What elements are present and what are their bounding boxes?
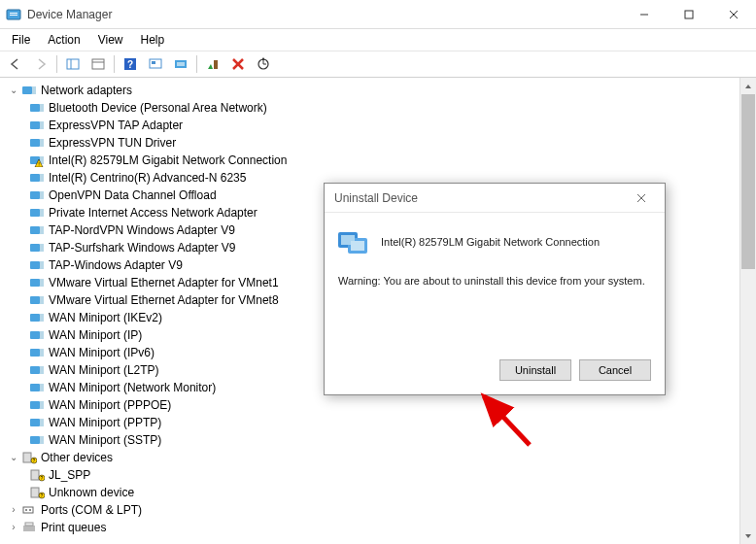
svg-rect-49: [40, 314, 44, 322]
title-bar: Device Manager: [0, 0, 756, 29]
tree-node-ports[interactable]: › Ports (COM & LPT): [8, 501, 756, 519]
maximize-button[interactable]: [667, 0, 711, 29]
svg-rect-24: [40, 104, 44, 112]
show-hidden-button[interactable]: [144, 53, 167, 75]
close-button[interactable]: [711, 0, 756, 29]
svg-rect-39: [40, 226, 44, 234]
svg-point-75: [29, 509, 31, 511]
minimize-button[interactable]: [622, 0, 667, 29]
tree-item[interactable]: ExpressVPN TUN Driver: [29, 134, 756, 152]
tree-label: Ports (COM & LPT): [41, 501, 142, 519]
cancel-button[interactable]: Cancel: [579, 359, 651, 381]
svg-rect-36: [30, 209, 40, 217]
uninstall-button-toolbar[interactable]: [226, 53, 250, 75]
svg-rect-14: [152, 61, 155, 64]
menu-bar: File Action View Help: [0, 29, 756, 51]
svg-rect-32: [30, 174, 40, 182]
toolbar: ?: [0, 51, 756, 78]
unknown-device-icon: ?: [29, 468, 45, 482]
scroll-down-button[interactable]: [740, 527, 756, 544]
svg-rect-37: [40, 209, 44, 217]
svg-rect-21: [22, 86, 32, 94]
adapter-icon: [29, 311, 45, 324]
svg-text:?: ?: [41, 493, 44, 498]
svg-rect-25: [30, 121, 40, 129]
tree-item[interactable]: WAN Miniport (PPTP): [29, 414, 756, 431]
menu-file[interactable]: File: [4, 31, 38, 49]
forward-button[interactable]: [29, 53, 52, 75]
tree-item[interactable]: Bluetooth Device (Personal Area Network): [29, 99, 756, 117]
tree-node-network-adapters[interactable]: ⌄ Network adapters: [8, 82, 756, 99]
tree-item-label: TAP-NordVPN Windows Adapter V9: [49, 221, 235, 239]
svg-rect-76: [23, 526, 35, 531]
svg-text:?: ?: [33, 458, 36, 463]
scroll-thumb[interactable]: [741, 94, 755, 269]
dialog-warning: Warning: You are about to uninstall this…: [338, 275, 651, 287]
svg-rect-63: [40, 436, 44, 444]
svg-rect-22: [32, 86, 36, 94]
tree-item[interactable]: WAN Miniport (SSTP): [29, 431, 756, 449]
tree-item-label: WAN Miniport (PPPOE): [49, 396, 171, 414]
svg-rect-70: [31, 488, 39, 497]
dialog-device-name: Intel(R) 82579LM Gigabit Network Connect…: [381, 236, 600, 248]
tree-item[interactable]: WAN Miniport (PPPOE): [29, 396, 756, 414]
dialog-titlebar: Uninstall Device: [325, 184, 665, 213]
properties-button[interactable]: [86, 53, 110, 75]
svg-rect-27: [30, 139, 40, 147]
svg-point-74: [25, 509, 27, 511]
expand-icon[interactable]: ›: [8, 519, 19, 536]
tree-item[interactable]: !Intel(R) 82579LM Gigabit Network Connec…: [29, 152, 756, 169]
tree-item-label: WAN Miniport (IP): [49, 326, 142, 344]
svg-rect-44: [30, 279, 40, 287]
uninstall-dialog: Uninstall Device Intel(R) 82579LM Gigabi…: [324, 183, 666, 395]
dialog-close-button[interactable]: [628, 188, 655, 208]
svg-rect-17: [214, 60, 218, 69]
adapter-icon: [29, 398, 45, 412]
adapter-icon: [29, 223, 45, 237]
back-button[interactable]: [4, 53, 27, 75]
tree-item-label: OpenVPN Data Channel Offload: [49, 187, 217, 204]
svg-rect-77: [25, 523, 33, 526]
svg-text:?: ?: [41, 475, 44, 481]
tree-item-label: WAN Miniport (SSTP): [49, 431, 161, 449]
device-icon: [338, 226, 369, 257]
update-driver-button[interactable]: [169, 53, 192, 75]
svg-rect-45: [40, 279, 44, 287]
menu-help[interactable]: Help: [133, 31, 173, 49]
svg-rect-57: [40, 384, 44, 391]
enable-button[interactable]: [201, 53, 224, 75]
svg-rect-2: [10, 15, 17, 16]
scan-hardware-button[interactable]: [252, 53, 275, 75]
printer-icon: [21, 521, 37, 534]
tree-item-label: VMware Virtual Ethernet Adapter for VMne…: [49, 291, 279, 309]
collapse-icon[interactable]: ⌄: [8, 449, 19, 466]
menu-view[interactable]: View: [90, 31, 131, 49]
console-tree-button[interactable]: [61, 53, 85, 75]
svg-rect-33: [40, 174, 44, 182]
svg-rect-40: [30, 244, 40, 252]
adapter-icon: [29, 328, 45, 342]
adapter-icon: [29, 206, 45, 220]
tree-item[interactable]: ExpressVPN TAP Adapter: [29, 117, 756, 134]
vertical-scrollbar[interactable]: [739, 78, 756, 544]
tree-item[interactable]: ?JL_SPP: [29, 466, 756, 484]
tree-item-label: TAP-Surfshark Windows Adapter V9: [49, 239, 236, 256]
scroll-up-button[interactable]: [740, 78, 756, 94]
svg-rect-50: [30, 331, 40, 339]
scroll-track[interactable]: [740, 94, 756, 527]
other-devices-children: ?JL_SPP ?Unknown device: [29, 466, 756, 501]
svg-rect-1: [10, 13, 17, 14]
tree-node-print-queues[interactable]: › Print queues: [8, 519, 756, 536]
svg-rect-23: [30, 104, 40, 112]
tree-item-label: ExpressVPN TAP Adapter: [49, 117, 183, 134]
menu-action[interactable]: Action: [40, 31, 87, 49]
svg-rect-56: [30, 384, 40, 391]
tree-item-label: WAN Miniport (Network Monitor): [49, 379, 216, 396]
expand-icon[interactable]: ›: [8, 501, 19, 519]
uninstall-button[interactable]: Uninstall: [499, 359, 571, 381]
help-button[interactable]: ?: [119, 53, 142, 75]
svg-rect-67: [31, 470, 39, 480]
tree-item[interactable]: ?Unknown device: [29, 484, 756, 501]
collapse-icon[interactable]: ⌄: [8, 82, 19, 99]
tree-node-other-devices[interactable]: ⌄ ? Other devices: [8, 449, 756, 466]
